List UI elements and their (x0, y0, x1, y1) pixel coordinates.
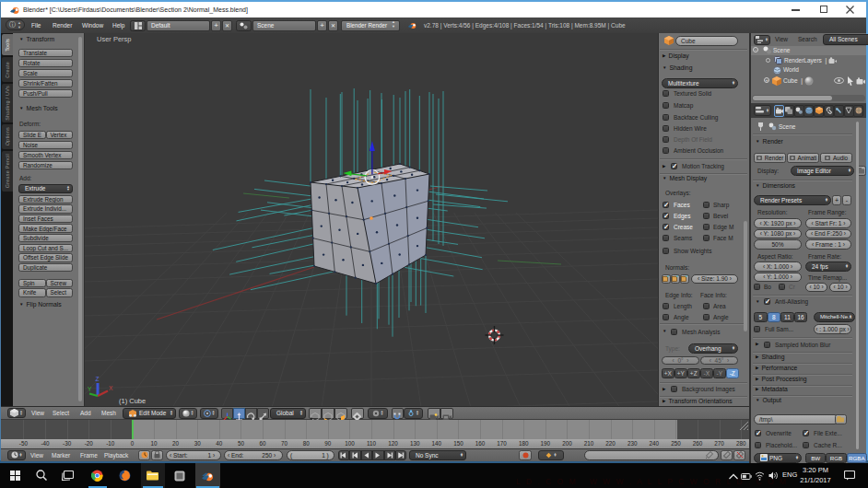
svg-text:Y: Y (88, 386, 92, 392)
svg-text:X: X (109, 385, 113, 391)
svg-text:User Persp: User Persp (97, 35, 132, 43)
svg-text:(1) Cube: (1) Cube (119, 397, 146, 405)
svg-text:Z: Z (96, 376, 100, 382)
